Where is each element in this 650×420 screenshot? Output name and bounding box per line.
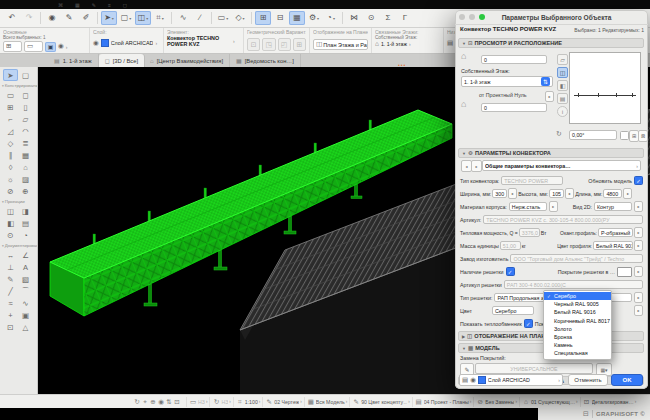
editing-plane-button[interactable]: ▦: [289, 11, 305, 25]
opening-tool[interactable]: ⊘: [3, 185, 18, 197]
cancel-button[interactable]: Отменить: [568, 374, 608, 386]
angle-dimension-tool[interactable]: ∠: [18, 249, 33, 261]
zone-tool[interactable]: ◊: [3, 161, 18, 173]
interior-elevation-tool[interactable]: ◧: [3, 217, 18, 229]
geometry-variant-4-icon[interactable]: ⊞: [293, 38, 306, 51]
grille-type-stepper[interactable]: ▸: [634, 292, 643, 303]
edge-profile-stepper[interactable]: ▸: [634, 227, 643, 238]
pen-menu-icon[interactable]: ✎: [89, 0, 99, 8]
element-name[interactable]: Конвектор TECHNO POWER KVZ: [167, 35, 233, 47]
material-field[interactable]: Нерж.сталь: [509, 202, 547, 211]
list-menu-icon[interactable]: ≡: [105, 0, 114, 8]
explore-icon[interactable]: ⌖: [141, 398, 149, 406]
home-story-value[interactable]: 1. 1-й этаж: [381, 41, 407, 47]
fit-in-window-icon[interactable]: ⊡: [173, 398, 181, 406]
width-field[interactable]: 300: [492, 189, 507, 198]
camera-tool[interactable]: ◔: [18, 229, 33, 241]
front-view-icon[interactable]: ◫: [557, 67, 568, 78]
profile-color-field[interactable]: Белый RAL 901: [593, 241, 633, 250]
stair-tool[interactable]: ≣: [18, 137, 33, 149]
redo-button[interactable]: ↷: [21, 11, 37, 25]
section-tool[interactable]: ◫: [3, 205, 18, 217]
section-convector-parameters[interactable]: ▼ ⚙ ПАРАМЕТРЫ КОНВЕКТОРА: [458, 148, 644, 158]
chevron-right-icon[interactable]: ›: [233, 38, 235, 44]
color-option[interactable]: ✓Серебро: [544, 292, 611, 300]
height-stepper[interactable]: ▸: [565, 188, 574, 199]
renovation-filter-quick-option[interactable]: ▭НЗ›: [186, 397, 209, 407]
snap-grid-button[interactable]: ⌗▾: [152, 11, 168, 25]
quick-select-button[interactable]: ▣: [45, 42, 56, 52]
marker-tool[interactable]: △: [18, 321, 33, 333]
pick-up-parameters-button[interactable]: ✎: [61, 11, 77, 25]
line-tool[interactable]: ╱: [3, 285, 18, 297]
door-tool[interactable]: ◻: [18, 89, 33, 101]
color-option[interactable]: Золото: [544, 325, 611, 333]
gravity-button[interactable]: ⊟: [272, 11, 288, 25]
plan-view-icon[interactable]: ▱: [557, 54, 568, 65]
grille-checkbox[interactable]: [506, 267, 515, 276]
element-information-button[interactable]: Σ: [380, 11, 396, 25]
page-next-button[interactable]: ▸: [471, 160, 482, 172]
grid-menu-icon[interactable]: ▦: [72, 0, 83, 8]
spline-tool[interactable]: ∿: [18, 297, 33, 309]
chevron-right-icon[interactable]: ›: [155, 40, 157, 46]
close-window-icon[interactable]: [459, 14, 465, 20]
walk-icon[interactable]: ⇅: [165, 398, 173, 406]
color-option[interactable]: Специальная: [544, 349, 611, 357]
marquee-tool[interactable]: ▢: [18, 69, 33, 81]
curtain-wall-tool[interactable]: ▦: [18, 149, 33, 161]
arrow-tool[interactable]: ➤: [3, 69, 18, 81]
arrow-tool-button[interactable]: ➤▾: [101, 11, 117, 25]
eye-icon[interactable]: ◉: [157, 398, 165, 406]
zoom-icon[interactable]: ⊕: [149, 398, 157, 406]
figure-tool[interactable]: ▣: [18, 309, 33, 321]
hotspot-tool[interactable]: +: [3, 309, 18, 321]
length-stepper[interactable]: ▸: [623, 188, 632, 199]
window-tool[interactable]: ⊞: [3, 101, 18, 113]
column-tool[interactable]: ▯: [18, 101, 33, 113]
section-preview-positioning[interactable]: ▼ ⊡ ПРОСМОТР И РАСПОЛОЖЕНИЕ: [458, 38, 644, 48]
favorites-button[interactable]: ◉: [44, 11, 60, 25]
suspend-groups-button[interactable]: ⊞: [255, 11, 271, 25]
arc-tool[interactable]: ⌒: [18, 285, 33, 297]
chevron-right-icon[interactable]: ›: [409, 41, 411, 47]
scale-quick-option[interactable]: ⌗1:100›: [233, 397, 262, 407]
shell-tool[interactable]: ◠: [18, 125, 33, 137]
section-marker-button[interactable]: Γ: [397, 11, 413, 25]
window-menu-icon[interactable]: ◻: [120, 0, 130, 8]
dimension-tool[interactable]: ↔: [3, 249, 18, 261]
marquee-tool-button[interactable]: ▢▾: [118, 11, 134, 25]
toolbox-section-header[interactable]: ▾Конструирование: [0, 81, 37, 89]
color-option[interactable]: Камень: [544, 341, 611, 349]
partial-structure-quick-option[interactable]: ▦Вся Модель›: [304, 397, 349, 407]
color-field[interactable]: Серебро: [492, 306, 534, 315]
color-option[interactable]: Белый RAL 9016: [544, 308, 611, 316]
orbit-icon[interactable]: ↻: [133, 398, 141, 406]
detail-tool[interactable]: ⊙: [3, 229, 18, 241]
rotation-angle-field[interactable]: 0,00°: [569, 130, 617, 140]
offset-top-field[interactable]: 0: [481, 55, 547, 64]
marquee-filter-field[interactable]: ▭: [24, 41, 43, 52]
minimize-window-icon[interactable]: [469, 14, 475, 20]
construction-method-button[interactable]: ▭▾: [215, 11, 231, 25]
stepper-updown-icon[interactable]: ⇅: [541, 77, 550, 86]
printer-icon[interactable]: ⊟: [583, 410, 593, 418]
update-model-checkbox[interactable]: [634, 176, 643, 185]
tab-3d-all[interactable]: ◻[3D / Все]: [99, 54, 144, 67]
mesh-tool[interactable]: ▨: [18, 173, 33, 185]
parameter-page-select[interactable]: Общие параметры конвектора… ›: [482, 160, 641, 171]
dialog-titlebar[interactable]: Параметры Выбранного Объекта: [455, 10, 648, 25]
morph-tool[interactable]: ◇: [3, 137, 18, 149]
layer-combination-quick-option[interactable]: ↻НЗ›: [209, 397, 232, 407]
selection-filter-field[interactable]: ⊞: [3, 41, 22, 52]
trace-reference-button[interactable]: ◫▾: [135, 11, 151, 25]
drawing-tool[interactable]: ⊡: [3, 321, 18, 333]
polyline-tool[interactable]: ≈: [3, 297, 18, 309]
color-option[interactable]: Коричневый RAL 8017: [544, 317, 611, 325]
elevation-tool[interactable]: ◨: [18, 205, 33, 217]
label-tool[interactable]: ✎: [3, 273, 18, 285]
detail-level-quick-option[interactable]: ⊡Детализирован…›: [580, 397, 639, 407]
beam-tool[interactable]: ⌐: [3, 113, 18, 125]
fit-selection-button[interactable]: ⋈: [346, 11, 362, 25]
object-tool[interactable]: ⌂: [18, 161, 33, 173]
